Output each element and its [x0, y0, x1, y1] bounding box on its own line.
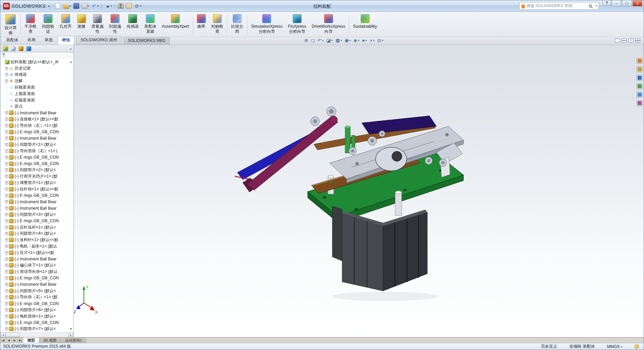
tab-solidworks-mbd[interactable]: SOLIDWORKS MBD — [124, 37, 170, 45]
tree-item[interactable]: + (-) E rings GB_GB_CON — [0, 275, 73, 281]
expander[interactable]: + — [5, 270, 8, 273]
panel-overflow-button[interactable]: » — [70, 47, 72, 51]
tree-item[interactable]: 拉料装配 (默认<<默认>_外 ▲ — [0, 59, 73, 65]
expander[interactable]: + — [5, 73, 8, 76]
clearance-verification-button[interactable]: 间隙验 证 — [39, 13, 57, 36]
expander[interactable]: + — [5, 143, 8, 146]
new-document-button[interactable] — [54, 2, 62, 9]
help-search-box[interactable]: 搜索 SOLIDWORKS 帮助 ▾ — [519, 2, 599, 10]
tree-item[interactable]: + (-) E rings GB_GB_CON — [0, 218, 73, 224]
taskpane-custom-properties-tab[interactable] — [637, 100, 643, 106]
tree-item[interactable]: + (-) 间隙垫片<4> (默认< — [0, 231, 73, 237]
expander[interactable]: + — [5, 67, 8, 70]
dropdown-caret-icon[interactable]: ▾ — [111, 4, 112, 7]
graphics-area[interactable]: Y X Z — [74, 45, 644, 337]
quick-tips-icon[interactable] — [635, 344, 639, 349]
dropdown-caret-icon[interactable]: ▾ — [341, 39, 342, 42]
units-selector[interactable]: MMGS ▴ — [607, 344, 622, 349]
expander[interactable]: + — [5, 289, 8, 293]
curvature-button[interactable]: 曲率 — [194, 13, 208, 36]
tree-scroll-arrow[interactable]: ▲ — [69, 60, 72, 64]
section-view-button[interactable]: ◪ ▾ — [326, 38, 333, 43]
measure-button[interactable]: 测量 — [74, 13, 89, 36]
tab-sketch[interactable]: 草图 — [40, 36, 57, 45]
configurationmanager-tab[interactable] — [18, 45, 24, 52]
expander[interactable]: + — [5, 207, 8, 210]
tree-item[interactable]: + (-) 拉针块<1> (默认<<默 — [0, 186, 73, 192]
maximize-button[interactable]: ▢ — [622, 0, 632, 6]
tree-item[interactable]: + (-) 行程开关挡片<1> (默 — [0, 173, 73, 180]
tree-item[interactable]: + (-) 间隙垫片<1> (默认< — [0, 141, 73, 148]
file-properties-button[interactable] — [125, 2, 132, 9]
tree-item[interactable]: + (-) 电机 - 副本<1> (默认 — [0, 243, 73, 250]
dropdown-caret-icon[interactable]: ▾ — [88, 4, 89, 7]
expander[interactable]: + — [5, 194, 8, 197]
help-button[interactable]: ? — [603, 0, 611, 6]
qat-button[interactable] — [115, 3, 115, 9]
expander[interactable]: + — [5, 213, 8, 216]
tree-item[interactable]: 上视基准面 — [0, 91, 73, 97]
edit-appearance-button[interactable]: ● ▾ — [362, 38, 367, 43]
tree-item[interactable]: + (-) 偏心块下<1> (默认< — [0, 262, 73, 269]
tree-item[interactable]: + (-) Instrument Ball Bear — [0, 135, 73, 142]
expander[interactable]: + — [5, 327, 8, 330]
expander[interactable]: + — [5, 162, 8, 165]
view-orientation-button[interactable]: ▦ ▾ — [335, 38, 342, 43]
tree-item[interactable]: + (-) 压片<1> (默认<<默 — [0, 250, 73, 256]
dropdown-caret-icon[interactable]: ▾ — [97, 4, 99, 7]
tree-item[interactable]: + (-) 间隙垫片<2> (默认< — [0, 167, 73, 173]
options-button[interactable]: ▾ — [133, 2, 142, 9]
minimize-button[interactable]: – — [612, 0, 621, 6]
search-icon[interactable] — [589, 4, 592, 7]
model-motor[interactable] — [332, 206, 427, 291]
expander[interactable]: + — [5, 118, 8, 121]
tree-item[interactable]: + 传感器 — [0, 72, 73, 78]
model-canvas[interactable]: Y X Z — [74, 45, 644, 337]
ribbon-button[interactable] — [349, 15, 349, 34]
tree-item[interactable]: + (-) 导向垫块（右）<1> ( — [0, 148, 73, 154]
two-viewport-vertical-button[interactable] — [628, 39, 634, 44]
expander[interactable]: + — [5, 277, 8, 280]
design-study-button[interactable]: 设计算 例 — [2, 13, 19, 36]
model-cam-wheel[interactable] — [376, 147, 407, 171]
tree-item[interactable]: + 历史记录 — [0, 65, 73, 72]
search-dropdown-icon[interactable]: ▾ — [596, 4, 597, 7]
hide-show-items-button[interactable]: ◈ ▾ — [354, 38, 359, 43]
compare-documents-button[interactable]: 比较文 档 — [228, 13, 246, 36]
search-input[interactable]: 搜索 SOLIDWORKS 帮助 — [527, 3, 587, 9]
expander[interactable]: + — [5, 315, 8, 318]
tab-solidworks-addins[interactable]: SOLIDWORKS 插件 — [76, 36, 122, 45]
tree-item[interactable]: + (-) 滑动导向块<1> (默认 — [0, 269, 73, 275]
expander[interactable]: + — [5, 200, 8, 203]
tree-item[interactable]: + (-) E rings GB_GB_CON — [0, 192, 73, 199]
dropdown-caret-icon[interactable]: ▾ — [365, 39, 367, 42]
save-button[interactable] — [73, 2, 80, 9]
expander[interactable]: + — [5, 245, 8, 248]
undo-button[interactable]: ▾ — [91, 2, 99, 9]
ribbon-button[interactable] — [20, 15, 21, 34]
assembly-visualization-button[interactable]: 装配体 直观 — [141, 13, 159, 36]
print-button[interactable]: ▾ — [81, 2, 90, 9]
tree-item[interactable]: + (-) E rings GB_GB_CON — [0, 129, 73, 135]
tree-scroll-arrow[interactable]: ▼ — [69, 327, 72, 331]
doc-tab-model[interactable]: 模型 — [23, 337, 39, 343]
expander[interactable]: + — [5, 137, 8, 140]
driveworksxpress-button[interactable]: DriveWorksXpress 向导 — [309, 13, 348, 36]
expander[interactable]: + — [5, 302, 8, 305]
select-button[interactable]: ▾ — [104, 2, 113, 9]
tree-item[interactable]: + (-) Instrument Ball Bear — [0, 281, 73, 288]
expander[interactable]: + — [5, 238, 8, 241]
hole-alignment-button[interactable]: 孔对齐 — [57, 13, 74, 36]
expander[interactable]: + — [5, 283, 8, 286]
close-button[interactable]: × — [632, 0, 642, 6]
expander[interactable]: + — [5, 131, 8, 134]
taskpane-view-palette-tab[interactable] — [637, 83, 643, 89]
display-style-button[interactable]: ◉ ▾ — [345, 38, 351, 43]
tree-item[interactable]: 原点 — [0, 103, 73, 110]
two-viewport-horizontal-button[interactable] — [622, 39, 627, 44]
rebuild-button[interactable] — [117, 2, 124, 9]
dropdown-caret-icon[interactable]: ▾ — [373, 39, 375, 42]
tree-item[interactable]: + (-) 间隙垫片<3> (默认< — [0, 211, 73, 218]
tree-item[interactable]: + (-) Instrument Ball Bear — [0, 199, 73, 205]
tree-filter-row[interactable] — [0, 52, 73, 58]
